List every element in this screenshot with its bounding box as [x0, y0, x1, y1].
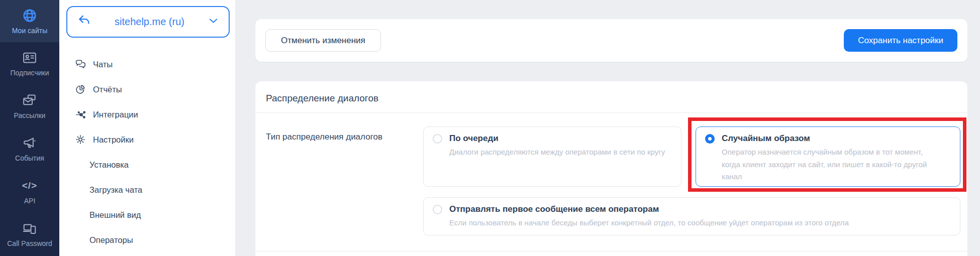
sidebar-item-label: Call Password — [7, 239, 52, 247]
mailing-icon — [22, 93, 37, 108]
radio-unchecked-icon[interactable] — [433, 134, 442, 144]
chats-icon — [74, 59, 86, 70]
app-window: Мои сайты Подписчики Расс — [0, 0, 980, 256]
sidebar-item-label: События — [15, 154, 44, 162]
option-title: По очереди — [449, 134, 499, 144]
nav-item-reports[interactable]: Отчёты — [59, 77, 235, 102]
sidebar-item-my-sites[interactable]: Мои сайты — [0, 0, 59, 42]
divider — [255, 112, 967, 113]
sidebar-item-mailings[interactable]: Рассылки — [0, 85, 59, 127]
site-selector[interactable]: sitehelp.me (ru) — [66, 6, 230, 38]
sidebar-item-label: API — [24, 197, 36, 205]
option-random[interactable]: Случайным образом Оператор назначается с… — [696, 126, 960, 187]
site-sidebar: sitehelp.me (ru) Чаты — [59, 0, 236, 256]
distribution-type-label: Тип распределения диалогов — [266, 132, 382, 142]
nav-item-operators[interactable]: Операторы — [59, 227, 235, 252]
selected-site-name: sitehelp.me (ru) — [115, 16, 184, 28]
nav-item-label: Установка — [89, 160, 129, 170]
sidebar-item-events[interactable]: События — [0, 127, 59, 170]
globe-icon — [22, 8, 37, 23]
option-title: Отправлять первое сообщение всем операто… — [449, 204, 659, 214]
nav-item-label: Загрузка чата — [89, 185, 142, 195]
option-title: Случайным образом — [722, 134, 810, 144]
devices-icon — [22, 221, 37, 236]
sidebar-item-label: Мои сайты — [12, 27, 47, 35]
gear-icon — [74, 134, 86, 145]
nav-item-label: Отчёты — [93, 85, 122, 94]
sidebar-item-subscribers[interactable]: Подписчики — [0, 42, 59, 85]
back-icon — [77, 14, 91, 30]
radio-checked-icon[interactable] — [705, 134, 715, 144]
section-title: Распределение диалогов — [255, 81, 967, 104]
sidebar-item-call-password[interactable]: Call Password — [0, 213, 59, 255]
app-sidebar: Мои сайты Подписчики Расс — [0, 0, 59, 256]
nav-item-label: Интеграции — [93, 110, 138, 119]
option-description: Оператор назначается случайным образом в… — [722, 146, 937, 183]
nav-item-label: Операторы — [89, 235, 133, 245]
id-card-icon — [22, 50, 37, 65]
nav-item-label: Чаты — [93, 60, 113, 69]
nav-item-label: Настройки — [93, 135, 134, 145]
nav-item-label: Внешний вид — [89, 210, 141, 220]
save-settings-button[interactable]: Сохранить настройки — [844, 29, 957, 52]
nav-item-chats[interactable]: Чаты — [59, 52, 235, 77]
radio-unchecked-icon[interactable] — [433, 205, 442, 214]
megaphone-icon — [22, 136, 37, 151]
settings-card: Распределение диалогов Тип распределения… — [255, 81, 967, 256]
nav-item-installation[interactable]: Установка — [59, 152, 235, 177]
sidebar-item-label: Подписчики — [10, 69, 49, 77]
nav-item-integrations[interactable]: Интеграции — [59, 102, 235, 127]
integrations-icon — [74, 109, 86, 120]
nav-item-settings[interactable]: Настройки — [59, 127, 235, 152]
toolbar-card: Отменить изменения Сохранить настройки — [255, 19, 967, 62]
option-description: Диалоги распределяются между операторами… — [449, 146, 672, 159]
chevron-down-icon — [208, 16, 219, 28]
nav-item-chat-loading[interactable]: Загрузка чата — [59, 177, 235, 202]
reports-icon — [74, 84, 86, 95]
divider — [255, 251, 967, 251]
site-nav: Чаты Отчёты — [59, 52, 235, 252]
option-in-turn[interactable]: По очереди Диалоги распределяются между … — [423, 126, 681, 187]
sidebar-item-label: Рассылки — [14, 111, 46, 119]
code-icon: </> — [22, 178, 37, 193]
nav-item-appearance[interactable]: Внешний вид — [59, 202, 235, 227]
option-first-message-to-all[interactable]: Отправлять первое сообщение всем операто… — [423, 197, 960, 235]
option-description: Если пользователь в начале беседы выбере… — [449, 217, 951, 229]
cancel-changes-button[interactable]: Отменить изменения — [265, 29, 381, 52]
sidebar-item-api[interactable]: </> API — [0, 170, 59, 213]
